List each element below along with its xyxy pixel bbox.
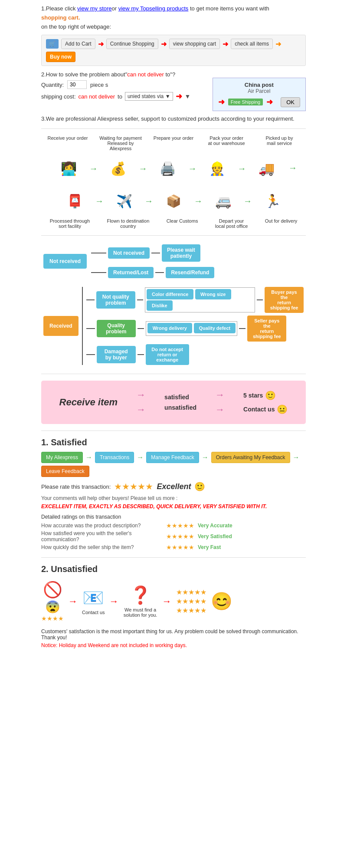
arrow-satisfied: →: [136, 389, 146, 401]
unsat-arrow3: →: [162, 596, 172, 607]
satisfaction-result-col: 5 stars 🙂 Contact us 😐: [243, 390, 288, 414]
section1-text4: on the top right of webpage:: [41, 23, 306, 32]
dislike-box: Dislike: [147, 300, 172, 311]
scared-face-icon: 😨: [45, 600, 60, 614]
transactions-btn[interactable]: Transactions: [95, 452, 134, 463]
label-out-delivery: Out for delivery: [265, 218, 298, 229]
icon-mail-box: 📮: [55, 186, 94, 216]
shipping-country-dropdown[interactable]: unied states via ▼: [125, 92, 173, 101]
received-block: Received Not qualityproblem Color differ…: [43, 287, 304, 365]
notice-red-text: Notice: Holiday and Weekend are not incl…: [41, 642, 306, 648]
label-pickup: Picked up bymail service: [255, 135, 303, 151]
china-post-arrow: ➜: [218, 97, 225, 107]
china-post-title: China post: [218, 82, 300, 88]
view-store-link[interactable]: view my store: [77, 5, 111, 12]
rating3-stars: ★★★★★: [166, 544, 194, 551]
view-cart-btn[interactable]: view shopping cart: [169, 39, 220, 49]
satisfaction-section: Receive item → → satisfied unsatisfied →…: [41, 381, 306, 424]
china-post-info: China post Air Parcel ➜ Free Shipping ➜ …: [213, 78, 306, 111]
section2-row: Quantity: piece s shipping cost:can not …: [41, 78, 306, 111]
rating-row-3: How quickly did the seller ship the item…: [41, 544, 306, 551]
rating3-text: Very Fast: [198, 544, 221, 550]
quality-problem-box: Qualityproblem: [97, 320, 136, 337]
section2-title-text: 2.How to solve the problem about": [41, 71, 127, 78]
shipping-row: shipping cost:can not deliver to unied s…: [41, 92, 204, 101]
add-to-cart-btn[interactable]: Add to Cart: [61, 39, 95, 49]
wrong-delivery-box: Wrong delivery: [147, 323, 192, 333]
shipping-arrow: ➜: [176, 92, 182, 101]
icon-delivery-person: 🏃: [253, 186, 292, 216]
contact-us-label: Contact us: [82, 610, 105, 615]
icon-customs: 📦: [154, 186, 193, 216]
quantity-label: Quantity:: [41, 82, 64, 88]
star-row-3: ★★★★★: [176, 606, 206, 615]
rating1-label: How accurate was the product description…: [41, 523, 163, 529]
section2-left: Quantity: piece s shipping cost:can not …: [41, 78, 204, 101]
do-not-accept-box: Do not acceptreturn or exchange: [146, 344, 189, 365]
shipping-to-text: to: [118, 93, 122, 100]
manage-feedback-btn[interactable]: Manage Feedback: [146, 452, 199, 463]
label-customs: Clear Customs: [167, 218, 198, 229]
stars-result-block: ★★★★★ ★★★★★ ★★★★★: [176, 588, 206, 615]
satisfied-title: 1. Satisfied: [41, 437, 306, 447]
notice-text: Customers' satisfaction is the most impo…: [41, 628, 306, 641]
unsat-arrow2: →: [109, 596, 119, 607]
not-quality-box: Not qualityproblem: [96, 291, 135, 309]
check-items-btn[interactable]: check all items: [231, 39, 273, 49]
process-bottom-icons: 🏃 → 🚐 → 📦 → ✈️ → 📮: [41, 186, 306, 216]
shopping-cart-text: shopping cart.: [41, 14, 80, 21]
label-processed: Processed throughsort facility: [50, 218, 90, 229]
section3-text: 3.We are professional Aliexpress seller,…: [41, 115, 306, 122]
process-top-icons: 👩‍💻 → 💰 → 🖨️ → 👷 → 🚚 ↓: [41, 153, 306, 184]
rating2-text: Very Satisfied: [198, 533, 232, 539]
quantity-input[interactable]: [67, 80, 87, 89]
fb-arrow1: →: [85, 454, 92, 461]
label-receive: Receive your order: [44, 135, 92, 151]
process-section: Receive your order Waiting for paymentRe…: [41, 135, 306, 229]
fb-arrow3: →: [202, 454, 209, 461]
unsat-arrow1: →: [68, 596, 78, 607]
leave-feedback-btn[interactable]: Leave Feedback: [41, 466, 89, 477]
buy-now-btn[interactable]: Buy now: [46, 52, 75, 62]
excellent-emoji: 🙂: [194, 481, 205, 492]
arrow1: ➜: [98, 40, 104, 48]
rating-stars: ★★★★★: [114, 481, 153, 492]
unsatisfied-title: 2. Unsatisfied: [41, 564, 306, 574]
label-prepare: Prepare your order: [150, 135, 197, 151]
continue-shopping-btn[interactable]: Continue Shopping: [106, 39, 158, 49]
solution-text: We must find a solution for you.: [123, 607, 158, 618]
satisfaction-text-col: satisfied unsatisfied: [164, 394, 196, 411]
icon-printer: 🖨️: [148, 153, 187, 184]
email-group: 📧 Contact us: [82, 588, 105, 615]
orders-awaiting-btn[interactable]: Orders Awaiting My Feedback: [211, 452, 290, 463]
arrow3: ➜: [223, 40, 228, 48]
ok-button[interactable]: OK: [281, 97, 300, 107]
shipping-label: shipping cost:: [41, 93, 76, 100]
rating1-text: Very Accurate: [198, 523, 232, 529]
flowchart-section: Not received Not received Please waitpat…: [43, 244, 304, 365]
arrow-unsatisfied: →: [136, 404, 146, 415]
cart-icon: 🛒: [46, 39, 59, 49]
cart-flow: 🛒 Add to Cart ➜ Continue Shopping ➜ view…: [41, 35, 306, 66]
section2-title-text2: to"?: [164, 71, 175, 78]
contact-us-text: Contact us: [243, 406, 275, 413]
review-text: EXCELLENT ITEM, EXACTLY AS DESCRIBED, QU…: [41, 503, 306, 510]
can-not-deliver-link[interactable]: can not deliver: [127, 71, 164, 78]
rating-row-1: How accurate was the product description…: [41, 522, 306, 529]
icon-person-computer: 👩‍💻: [49, 153, 88, 184]
satisfaction-arrows2: → →: [215, 389, 225, 415]
resend-refund-box: Resend/Refund: [166, 267, 214, 278]
receive-item-title: Receive item: [59, 397, 118, 408]
icon-van: 🚐: [203, 186, 242, 216]
not-received-main-box: Not received: [43, 254, 87, 269]
detailed-ratings: Detailed ratings on this transaction How…: [41, 514, 306, 551]
section1-text2: or: [112, 5, 118, 12]
five-stars-text: 5 stars: [243, 392, 263, 399]
satisfied-text: satisfied: [164, 394, 196, 401]
topselling-link[interactable]: view my Topselling products: [118, 5, 189, 12]
fb-arrow4: →: [293, 454, 300, 461]
my-aliexpress-btn[interactable]: My Aliexpress: [41, 452, 83, 463]
label-flown: Flown to destinationcountry: [107, 218, 149, 229]
notice-section: Customers' satisfaction is the most impo…: [41, 628, 306, 648]
rating-row-2: How satisfied were you with the seller's…: [41, 530, 306, 542]
